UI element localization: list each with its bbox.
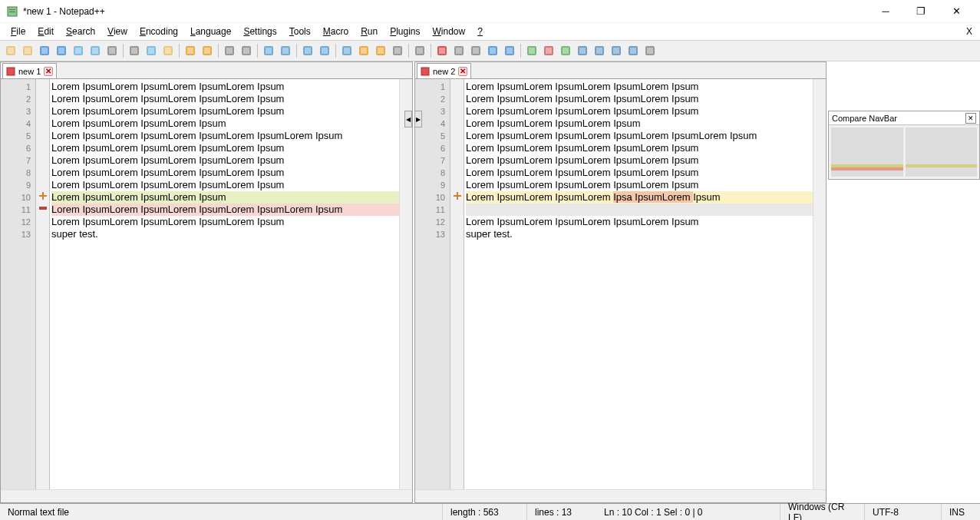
editor-right[interactable]: 12345678910111213 Lorem IpsumLorem Ipsum… (415, 79, 826, 489)
text-line[interactable]: Lorem IpsumLorem IpsumLorem IpsumLorem I… (466, 93, 813, 105)
menubar-close-button[interactable]: X (966, 26, 972, 37)
zoom-out-icon[interactable] (278, 43, 293, 58)
text-line[interactable] (466, 204, 813, 216)
doc-map-icon[interactable] (412, 43, 427, 58)
menu-encoding[interactable]: Encoding (134, 25, 184, 38)
close-icon[interactable] (71, 43, 86, 58)
text-line[interactable]: Lorem IpsumLorem IpsumLorem IpsumLorem I… (51, 154, 399, 167)
menu-settings[interactable]: Settings (237, 25, 282, 38)
compare-navbar-close[interactable]: ✕ (965, 113, 976, 124)
text-line[interactable]: super test. (51, 228, 399, 240)
nav-col-left[interactable] (831, 128, 903, 177)
replace-icon[interactable] (239, 43, 254, 58)
text-line[interactable]: Lorem IpsumLorem IpsumLorem Ipsum (466, 118, 813, 130)
last-diff-icon[interactable] (625, 43, 641, 58)
text-line[interactable]: Lorem IpsumLorem IpsumLorem IpsumLorem I… (51, 105, 399, 118)
text-line[interactable]: Lorem IpsumLorem IpsumLorem Ipsum (51, 118, 399, 130)
collapse-left-arrow[interactable]: ◀ (404, 111, 412, 128)
text-line[interactable]: Lorem IpsumLorem IpsumLorem IpsumLorem I… (51, 204, 399, 216)
editor-left[interactable]: 12345678910111213 Lorem IpsumLorem Ipsum… (1, 79, 412, 489)
prev-diff-icon[interactable] (592, 43, 607, 58)
save-all-icon[interactable] (54, 43, 69, 58)
close-window-button[interactable]: ✕ (939, 0, 974, 23)
text-area[interactable]: Lorem IpsumLorem IpsumLorem IpsumLorem I… (50, 79, 399, 489)
print-icon[interactable] (104, 43, 120, 58)
open-file-icon[interactable] (20, 43, 35, 58)
menu-window[interactable]: Window (427, 25, 472, 38)
menu-edit[interactable]: Edit (31, 25, 60, 38)
text-line[interactable]: Lorem IpsumLorem IpsumLorem IpsumLorem I… (51, 142, 399, 154)
text-line[interactable]: Lorem IpsumLorem IpsumLorem IpsumLorem I… (466, 216, 813, 228)
save-macro-icon[interactable] (502, 43, 517, 58)
compare-clear-icon[interactable] (541, 43, 556, 58)
play-multi-icon[interactable] (485, 43, 500, 58)
diff-marker (450, 227, 464, 239)
first-diff-icon[interactable] (575, 43, 590, 58)
text-line[interactable]: Lorem IpsumLorem IpsumLorem Ipsa IpsumLo… (466, 191, 813, 204)
text-line[interactable]: Lorem IpsumLorem IpsumLorem Ipsum (51, 191, 399, 204)
scrollbar-vertical[interactable] (399, 79, 412, 489)
text-line[interactable]: Lorem IpsumLorem IpsumLorem IpsumLorem I… (466, 142, 813, 154)
text-line[interactable]: Lorem IpsumLorem IpsumLorem IpsumLorem I… (466, 105, 813, 118)
text-line[interactable]: Lorem IpsumLorem IpsumLorem IpsumLorem I… (466, 154, 813, 167)
menu-tools[interactable]: Tools (283, 25, 317, 38)
svg-rect-22 (165, 48, 171, 54)
scrollbar-vertical[interactable] (813, 79, 826, 489)
record-macro-icon[interactable] (434, 43, 450, 58)
save-icon[interactable] (37, 43, 52, 58)
indent-guide-icon[interactable] (373, 43, 388, 58)
minimize-button[interactable]: ─ (868, 0, 903, 23)
menu-help[interactable]: ? (471, 25, 489, 38)
next-diff-icon[interactable] (609, 43, 624, 58)
play-macro-icon[interactable] (468, 43, 483, 58)
close-tab-button[interactable]: ✕ (44, 67, 53, 76)
menu-run[interactable]: Run (355, 25, 384, 38)
text-line[interactable]: Lorem IpsumLorem IpsumLorem IpsumLorem I… (51, 81, 399, 93)
undo-icon[interactable] (183, 43, 198, 58)
redo-icon[interactable] (200, 43, 215, 58)
tab-new-2[interactable]: new 2 ✕ (417, 63, 471, 78)
menu-file[interactable]: File (5, 25, 31, 38)
text-line[interactable]: Lorem IpsumLorem IpsumLorem IpsumLorem I… (51, 130, 399, 142)
sync-v-icon[interactable] (300, 43, 315, 58)
menu-search[interactable]: Search (60, 25, 101, 38)
text-line[interactable]: Lorem IpsumLorem IpsumLorem IpsumLorem I… (466, 81, 813, 93)
scrollbar-horizontal[interactable] (415, 489, 826, 502)
paste-icon[interactable] (160, 43, 176, 58)
nav-bar-icon[interactable] (642, 43, 658, 58)
text-line[interactable]: Lorem IpsumLorem IpsumLorem IpsumLorem I… (466, 179, 813, 191)
line-number: 13 (1, 228, 31, 240)
text-line[interactable]: Lorem IpsumLorem IpsumLorem IpsumLorem I… (51, 93, 399, 105)
new-file-icon[interactable] (3, 43, 18, 58)
text-area[interactable]: Lorem IpsumLorem IpsumLorem IpsumLorem I… (464, 79, 813, 489)
close-all-icon[interactable] (87, 43, 103, 58)
compare-icon[interactable] (524, 43, 539, 58)
text-line[interactable]: Lorem IpsumLorem IpsumLorem IpsumLorem I… (51, 167, 399, 179)
nav-col-right[interactable] (906, 128, 978, 177)
maximize-button[interactable]: ❐ (903, 0, 939, 23)
compare-opts-icon[interactable] (558, 43, 573, 58)
sync-h-icon[interactable] (317, 43, 332, 58)
collapse-right-arrow[interactable]: ▶ (414, 111, 422, 128)
find-icon[interactable] (222, 43, 237, 58)
menu-language[interactable]: Language (184, 25, 237, 38)
text-line[interactable]: super test. (466, 228, 813, 240)
text-line[interactable]: Lorem IpsumLorem IpsumLorem IpsumLorem I… (466, 130, 813, 142)
stop-macro-icon[interactable] (451, 43, 467, 58)
menu-plugins[interactable]: Plugins (384, 25, 426, 38)
text-line[interactable]: Lorem IpsumLorem IpsumLorem IpsumLorem I… (51, 179, 399, 191)
close-tab-button[interactable]: ✕ (458, 67, 467, 76)
cut-icon[interactable] (127, 43, 142, 58)
zoom-in-icon[interactable] (261, 43, 276, 58)
lang-icon[interactable] (390, 43, 405, 58)
menu-view[interactable]: View (101, 25, 134, 38)
diff-marker (36, 116, 49, 128)
all-chars-icon[interactable] (356, 43, 371, 58)
text-line[interactable]: Lorem IpsumLorem IpsumLorem IpsumLorem I… (51, 216, 399, 228)
text-line[interactable]: Lorem IpsumLorem IpsumLorem IpsumLorem I… (466, 167, 813, 179)
scrollbar-horizontal[interactable] (1, 489, 412, 502)
copy-icon[interactable] (144, 43, 159, 58)
tab-new-1[interactable]: new 1 ✕ (2, 63, 57, 78)
wordwrap-icon[interactable] (339, 43, 355, 58)
menu-macro[interactable]: Macro (317, 25, 355, 38)
